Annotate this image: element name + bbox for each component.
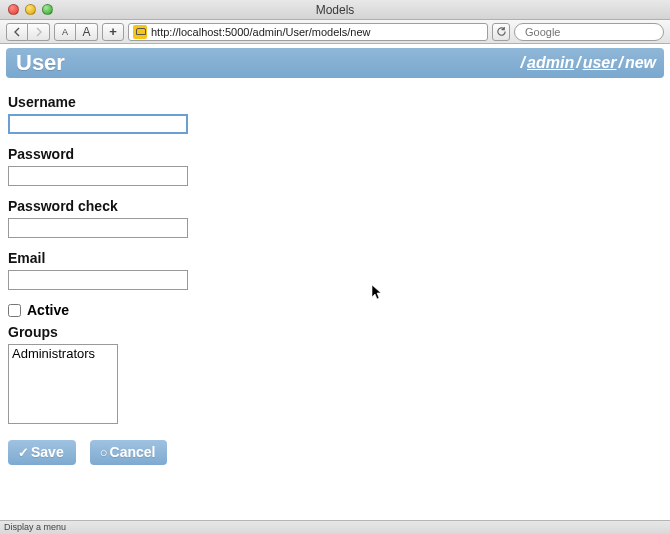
search-input[interactable] — [525, 26, 663, 38]
font-size-buttons: A A — [54, 23, 98, 41]
zoom-window-button[interactable] — [42, 4, 53, 15]
form-buttons: ✓ Save ○ Cancel — [8, 440, 204, 465]
email-input[interactable] — [8, 270, 188, 290]
password-check-input[interactable] — [8, 218, 188, 238]
groups-option[interactable]: Administrators — [9, 345, 117, 362]
breadcrumb-sep: / — [618, 54, 622, 71]
address-bar[interactable] — [128, 23, 488, 41]
breadcrumb-admin[interactable]: admin — [527, 54, 574, 71]
page-content: User /admin/user/new Username Password P… — [0, 44, 670, 465]
breadcrumb: /admin/user/new — [519, 54, 656, 72]
cancel-button-label: Cancel — [110, 444, 156, 460]
user-form: Username Password Password check Email A… — [6, 78, 206, 465]
password-input[interactable] — [8, 166, 188, 186]
status-bar: Display a menu — [0, 520, 670, 534]
window-titlebar: Models — [0, 0, 670, 20]
check-icon: ✓ — [18, 445, 29, 460]
minimize-window-button[interactable] — [25, 4, 36, 15]
chevron-left-icon — [12, 27, 22, 37]
browser-toolbar: A A + — [0, 20, 670, 44]
status-text: Display a menu — [4, 522, 66, 532]
breadcrumb-new: new — [625, 54, 656, 71]
font-larger-button[interactable]: A — [76, 23, 98, 41]
groups-label: Groups — [8, 324, 204, 340]
chevron-right-icon — [34, 27, 44, 37]
close-window-button[interactable] — [8, 4, 19, 15]
active-checkbox[interactable] — [8, 304, 21, 317]
cancel-button[interactable]: ○ Cancel — [90, 440, 168, 465]
page-header: User /admin/user/new — [6, 48, 664, 78]
url-input[interactable] — [151, 26, 483, 38]
password-check-label: Password check — [8, 198, 204, 214]
breadcrumb-sep: / — [576, 54, 580, 71]
nav-buttons — [6, 23, 50, 41]
active-row: Active — [8, 302, 204, 318]
search-box[interactable] — [514, 23, 664, 41]
username-label: Username — [8, 94, 204, 110]
save-button[interactable]: ✓ Save — [8, 440, 76, 465]
traffic-lights — [0, 4, 53, 15]
forward-button[interactable] — [28, 23, 50, 41]
breadcrumb-sep: / — [521, 54, 525, 71]
reload-icon — [496, 26, 507, 37]
groups-select[interactable]: Administrators — [8, 344, 118, 424]
cancel-icon: ○ — [100, 445, 108, 460]
window-title: Models — [0, 3, 670, 17]
page-title: User — [16, 50, 65, 76]
save-button-label: Save — [31, 444, 64, 460]
active-label: Active — [27, 302, 69, 318]
font-smaller-button[interactable]: A — [54, 23, 76, 41]
add-bookmark-button[interactable]: + — [102, 23, 124, 41]
password-label: Password — [8, 146, 204, 162]
reload-button[interactable] — [492, 23, 510, 41]
breadcrumb-user[interactable]: user — [583, 54, 617, 71]
username-input[interactable] — [8, 114, 188, 134]
email-label: Email — [8, 250, 204, 266]
site-icon — [133, 25, 147, 39]
back-button[interactable] — [6, 23, 28, 41]
